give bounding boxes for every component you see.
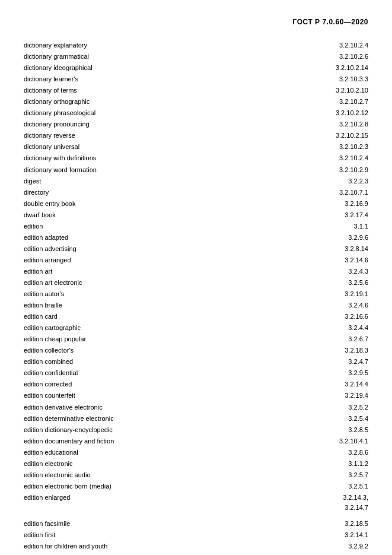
entry-term: edition facsimile <box>24 519 321 529</box>
entry-ref: 3.2.10.2.3 <box>321 142 368 152</box>
entry-ref: 3.2.9.2 <box>321 541 368 551</box>
entry-ref: 3.2.4.6 <box>321 300 368 310</box>
table-row: dictionary phraseological3.2.10.2.12 <box>24 108 368 118</box>
spacer <box>24 514 368 519</box>
entry-term: edition dictionary-encyclopedic <box>24 425 321 435</box>
table-row: double entry book3.2.16.9 <box>24 199 368 209</box>
entry-term: dictionary pronouncing <box>24 119 321 129</box>
entry-ref: 3.2.6.7 <box>321 334 368 344</box>
entry-term: dictionary with definitions <box>24 153 321 163</box>
entry-ref: 3.2.14.1 <box>321 530 368 540</box>
entry-ref: 3.2.10.2.14 <box>321 63 368 73</box>
table-row: dictionary with definitions3.2.10.2.4 <box>24 153 368 163</box>
entry-ref: 3.2.10.2.4 <box>321 40 368 50</box>
table-row: edition dictionary-encyclopedic3.2.8.5 <box>24 425 368 435</box>
table-row: edition electronic born (media)3.2.5.1 <box>24 481 368 491</box>
entry-ref: 3.2.5.4 <box>321 414 368 424</box>
entry-ref: 3.2.10.2.4 <box>321 153 368 163</box>
table-row: edition advertising3.2.8.14 <box>24 244 368 254</box>
entry-ref: 3.2.10.7.1 <box>321 188 368 198</box>
entry-ref: 3.2.14.4 <box>321 379 368 389</box>
entry-term: edition collector's <box>24 345 321 356</box>
entry-term: edition electronic audio <box>24 470 321 480</box>
table-row: edition art electronic3.2.5.6 <box>24 278 368 288</box>
entry-term: dictionary word formation <box>24 165 321 175</box>
entry-ref: 3.2.9.5 <box>321 368 368 378</box>
table-row: edition for the blind3.2.9.4 <box>24 553 368 555</box>
table-row: edition cartographic3.2.4.4 <box>24 323 368 333</box>
entry-term: dwarf book <box>24 210 321 220</box>
entry-ref: 3.2.5.1 <box>321 481 368 491</box>
entry-term: edition braille <box>24 300 321 310</box>
entry-term: edition adapted <box>24 233 321 243</box>
entry-term: edition first <box>24 530 321 540</box>
entry-term: double entry book <box>24 199 321 209</box>
entry-ref: 3.2.9.4 <box>321 553 368 555</box>
entry-ref: 3.2.10.4.1 <box>321 436 368 446</box>
table-row: edition derivative electronic3.2.5.2 <box>24 402 368 413</box>
table-row: dictionary ideographical3.2.10.2.14 <box>24 63 368 73</box>
entry-term: edition confidential <box>24 368 321 378</box>
entry-ref: 3.2.4.3 <box>321 267 368 277</box>
entry-term: dictionary explanatory <box>24 40 321 50</box>
entry-term: dictionary phraseological <box>24 108 321 118</box>
table-row: edition counterfeit3.2.19.4 <box>24 391 368 401</box>
entry-term: edition cheap popular <box>24 334 321 344</box>
table-row: edition electronic audio3.2.5.7 <box>24 470 368 480</box>
table-row: edition electronic3.1.1.2 <box>24 459 368 469</box>
entry-term: dictionary ideographical <box>24 63 321 73</box>
table-row: edition confidential3.2.9.5 <box>24 368 368 378</box>
entry-ref: 3.2.8.5 <box>321 425 368 435</box>
entry-ref: 3.2.5.2 <box>321 402 368 413</box>
entry-ref: 3.2.14.3, 3.2.14.7 <box>321 493 368 513</box>
entry-ref: 3.2.10.2.12 <box>321 108 368 118</box>
entry-ref: 3.2.10.2.7 <box>321 97 368 107</box>
entry-ref: 3.2.14.6 <box>321 255 368 265</box>
entry-ref: 3.2.5.7 <box>321 470 368 480</box>
table-row: edition corrected3.2.14.4 <box>24 379 368 389</box>
entry-ref: 3.2.10.2.8 <box>321 119 368 129</box>
entry-term: edition determinative electronic <box>24 414 321 424</box>
entry-term: edition card <box>24 312 321 322</box>
entry-term: edition educational <box>24 448 321 458</box>
entry-term: edition advertising <box>24 244 321 254</box>
table-row: dictionary learner's3.2.10.3.3 <box>24 74 368 84</box>
entry-term: edition arranged <box>24 255 321 265</box>
entry-ref: 3.2.8.14 <box>321 244 368 254</box>
table-row: edition arranged3.2.14.6 <box>24 255 368 265</box>
table-row: edition card3.2.16.6 <box>24 312 368 322</box>
table-row: dictionary explanatory3.2.10.2.4 <box>24 40 368 50</box>
entry-term: edition combined <box>24 357 321 367</box>
table-row: edition documentary and fiction3.2.10.4.… <box>24 436 368 446</box>
entry-term: edition derivative electronic <box>24 402 321 413</box>
entry-ref: 3.1.1 <box>321 221 368 231</box>
table-row: dictionary grammatical3.2.10.2.6 <box>24 52 368 62</box>
table-row: edition art3.2.4.3 <box>24 267 368 277</box>
entry-term: dictionary universal <box>24 142 321 152</box>
document-title: ГОСТ Р 7.0.60—2020 <box>293 18 368 26</box>
entry-term: edition art <box>24 267 321 277</box>
entry-ref: 3.2.10.2.9 <box>321 165 368 175</box>
table-row: edition first3.2.14.1 <box>24 530 368 540</box>
entry-ref: 3.2.5.6 <box>321 278 368 288</box>
table-row: edition adapted3.2.9.6 <box>24 233 368 243</box>
table-row: directory3.2.10.7.1 <box>24 188 368 198</box>
entry-ref: 3.2.16.6 <box>321 312 368 322</box>
table-row: dictionary pronouncing3.2.10.2.8 <box>24 119 368 129</box>
entry-term: edition <box>24 221 321 231</box>
entry-term: edition counterfeit <box>24 391 321 401</box>
entry-term: dictionary learner's <box>24 74 321 84</box>
entry-ref: 3.2.19.4 <box>321 391 368 401</box>
table-row: edition cheap popular3.2.6.7 <box>24 334 368 344</box>
entry-term: edition for the blind <box>24 553 321 555</box>
entry-ref: 3.2.16.9 <box>321 199 368 209</box>
entry-term: edition enlarged <box>24 493 321 503</box>
table-row: edition3.1.1 <box>24 221 368 231</box>
entry-ref: 3.2.10.2.15 <box>321 131 368 141</box>
entry-term: edition electronic <box>24 459 321 469</box>
entry-term: edition electronic born (media) <box>24 481 321 491</box>
table-row: edition combined3.2.4.7 <box>24 357 368 367</box>
entry-term: edition cartographic <box>24 323 321 333</box>
page: ГОСТ Р 7.0.60—2020 dictionary explanator… <box>0 0 392 555</box>
entry-term: digest <box>24 176 321 186</box>
